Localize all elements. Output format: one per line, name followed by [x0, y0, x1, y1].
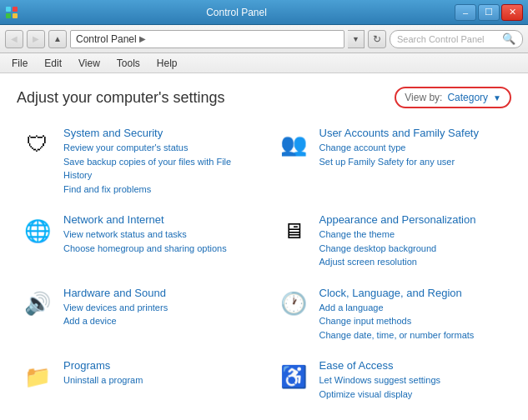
clock-link-2[interactable]: Change date, time, or number formats [319, 328, 509, 342]
clock-content: Clock, Language, and RegionAdd a languag… [319, 287, 509, 342]
category-user-accounts: 👥User Accounts and Family SafetyChange a… [273, 122, 512, 202]
window-title: Control Panel [206, 7, 267, 18]
refresh-button[interactable]: ↻ [368, 30, 386, 48]
svg-rect-1 [13, 7, 18, 12]
user-accounts-link-0[interactable]: Change account type [319, 141, 509, 155]
menu-view[interactable]: View [75, 56, 103, 71]
page-heading: Adjust your computer's settings [17, 89, 225, 107]
title-bar-buttons: – ☐ ✕ [455, 4, 523, 21]
system-link-0[interactable]: Review your computer's status [63, 141, 253, 155]
up-button[interactable]: ▲ [48, 30, 67, 48]
network-link-0[interactable]: View network status and tasks [63, 228, 253, 242]
network-icon: 🌐 [20, 213, 55, 248]
watermark: www.wintips.org [454, 405, 520, 415]
categories-grid: 🛡System and SecurityReview your computer… [17, 122, 511, 407]
system-link-2[interactable]: Find and fix problems [63, 182, 253, 197]
appearance-link-0[interactable]: Change the theme [319, 228, 509, 242]
category-appearance: 🖥Appearance and PersonalizationChange th… [273, 208, 512, 275]
user-accounts-title[interactable]: User Accounts and Family Safety [319, 127, 509, 139]
ease-content: Ease of AccessLet Windows suggest settin… [319, 359, 509, 401]
view-by-selector[interactable]: View by: Category ▼ [395, 87, 511, 108]
network-link-1[interactable]: Choose homegroup and sharing options [63, 242, 253, 256]
ease-link-0[interactable]: Let Windows suggest settings [319, 373, 509, 388]
category-network: 🌐Network and InternetView network status… [17, 208, 256, 275]
search-placeholder: Search Control Panel [397, 34, 485, 44]
search-box[interactable]: Search Control Panel 🔍 [390, 30, 523, 48]
menu-bar: File Edit View Tools Help [0, 53, 528, 73]
view-by-arrow: ▼ [493, 93, 501, 102]
path-separator: ▶ [139, 34, 146, 43]
clock-title[interactable]: Clock, Language, and Region [319, 287, 509, 299]
title-bar-left [5, 6, 18, 19]
clock-link-0[interactable]: Add a language [319, 301, 509, 315]
category-clock: 🕐Clock, Language, and RegionAdd a langua… [273, 282, 512, 348]
programs-title[interactable]: Programs [63, 359, 253, 372]
user-accounts-link-1[interactable]: Set up Family Safety for any user [319, 155, 509, 169]
category-hardware: 🔊Hardware and SoundView devices and prin… [17, 282, 256, 348]
path-root: Control Panel [76, 33, 137, 45]
svg-rect-3 [13, 13, 18, 18]
content-header: Adjust your computer's settings View by:… [17, 87, 511, 108]
content-area: Adjust your computer's settings View by:… [0, 73, 528, 420]
category-programs: 📁ProgramsUninstall a program [17, 354, 256, 407]
view-by-label: View by: [405, 92, 442, 103]
minimize-button[interactable]: – [455, 4, 476, 21]
appearance-link-2[interactable]: Adjust screen resolution [319, 255, 509, 269]
hardware-title[interactable]: Hardware and Sound [63, 287, 253, 299]
hardware-link-1[interactable]: Add a device [63, 314, 253, 328]
address-path-bar[interactable]: Control Panel ▶ [70, 30, 344, 48]
address-bar: ◀ ▶ ▲ Control Panel ▶ ▼ ↻ Search Control… [0, 25, 528, 53]
menu-tools[interactable]: Tools [113, 56, 143, 71]
system-title[interactable]: System and Security [63, 127, 253, 139]
address-dropdown[interactable]: ▼ [348, 30, 365, 48]
clock-link-1[interactable]: Change input methods [319, 314, 509, 328]
system-icon: 🛡 [20, 127, 55, 162]
menu-file[interactable]: File [8, 56, 31, 71]
hardware-icon: 🔊 [20, 287, 55, 322]
system-link-1[interactable]: Save backup copies of your files with Fi… [63, 155, 253, 182]
hardware-content: Hardware and SoundView devices and print… [63, 287, 253, 328]
close-button[interactable]: ✕ [501, 4, 523, 21]
title-bar: Control Panel – ☐ ✕ [0, 0, 528, 25]
user-accounts-icon: 👥 [276, 127, 311, 162]
system-content: System and SecurityReview your computer'… [63, 127, 253, 196]
back-button[interactable]: ◀ [5, 30, 23, 48]
clock-icon: 🕐 [276, 287, 311, 322]
appearance-icon: 🖥 [276, 213, 311, 248]
svg-rect-0 [6, 7, 11, 12]
hardware-link-0[interactable]: View devices and printers [63, 301, 253, 315]
category-system: 🛡System and SecurityReview your computer… [17, 122, 256, 202]
search-icon: 🔍 [502, 32, 515, 45]
network-title[interactable]: Network and Internet [63, 213, 253, 226]
network-content: Network and InternetView network status … [63, 213, 253, 255]
ease-icon: ♿ [276, 359, 311, 394]
programs-content: ProgramsUninstall a program [63, 359, 253, 388]
title-bar-center: Control Panel [18, 6, 455, 18]
programs-link-0[interactable]: Uninstall a program [63, 373, 253, 388]
svg-rect-2 [6, 13, 11, 18]
menu-help[interactable]: Help [153, 56, 181, 71]
appearance-link-1[interactable]: Change desktop background [319, 242, 509, 256]
appearance-content: Appearance and PersonalizationChange the… [319, 213, 509, 269]
ease-title[interactable]: Ease of Access [319, 359, 509, 372]
category-ease: ♿Ease of AccessLet Windows suggest setti… [273, 354, 512, 407]
maximize-button[interactable]: ☐ [478, 4, 500, 21]
forward-button[interactable]: ▶ [27, 30, 45, 48]
appearance-title[interactable]: Appearance and Personalization [319, 213, 509, 226]
ease-link-1[interactable]: Optimize visual display [319, 388, 509, 402]
view-by-value: Category [447, 92, 488, 103]
app-icon [5, 6, 18, 19]
menu-edit[interactable]: Edit [41, 56, 65, 71]
programs-icon: 📁 [20, 359, 55, 394]
user-accounts-content: User Accounts and Family SafetyChange ac… [319, 127, 509, 168]
